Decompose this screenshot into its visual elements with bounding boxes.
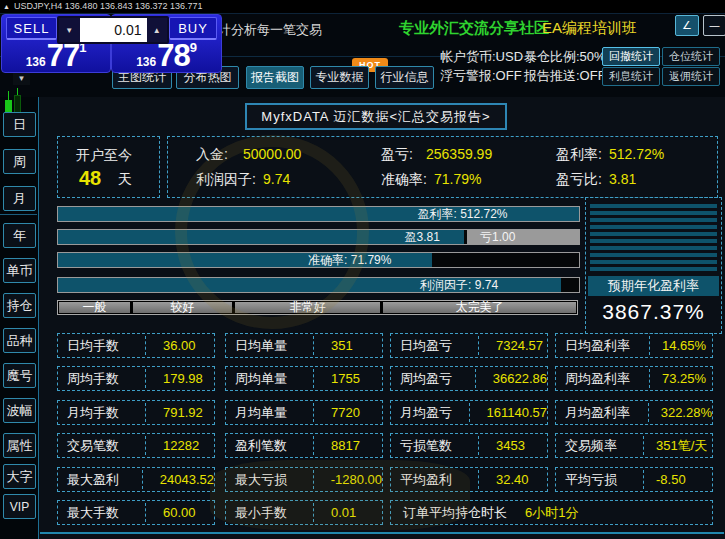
sidebar-item-year[interactable]: 年	[3, 223, 36, 248]
cell-label: 最大盈利	[58, 471, 142, 489]
position-stats-button[interactable]: 仓位统计	[662, 47, 720, 66]
sidebar-item-magic-number[interactable]: 魔号	[3, 363, 36, 388]
table-cell: 平均亏损-8.50	[555, 467, 713, 492]
accuracy-label: 准确率:	[381, 171, 427, 189]
table-cell: 日均盈利率14.65%	[555, 333, 713, 358]
win-label: 盈3.81	[404, 230, 439, 244]
nav-report-screenshot-button[interactable]: 报告截图	[246, 66, 304, 89]
sidebar-item-label: 持仓	[7, 297, 33, 315]
cell-value: 351	[314, 338, 353, 353]
profit-rate-label: 盈利率:	[556, 146, 602, 164]
deposit-label: 入金:	[196, 146, 228, 164]
chart-up-icon: ▲	[3, 3, 10, 10]
cell-label: 周均单量	[226, 370, 313, 388]
rating-label: 太完美了	[456, 299, 504, 316]
nav-button-label: 报告截图	[251, 69, 299, 86]
report-title: MyfxDATA 迈汇数据<汇总交易报告>	[261, 108, 490, 126]
table-cell: 亏损笔数3453	[390, 433, 548, 458]
sidebar-item-label: 单币	[7, 262, 33, 280]
cell-value: 0.01	[314, 505, 356, 520]
pl-ratio-value: 3.81	[609, 171, 636, 187]
sell-price-prefix: 136	[26, 55, 46, 69]
stat-button-label: 利息统计	[609, 69, 653, 84]
accuracy-bar-label: 准确率: 71.79%	[308, 253, 391, 267]
cell-value: 351笔/天	[644, 437, 707, 455]
table-cell: 最大亏损-1280.00	[225, 467, 383, 492]
profit-rate-value: 512.72%	[609, 146, 664, 162]
sidebar-item-week[interactable]: 周	[3, 149, 36, 174]
cell-label: 最大手数	[58, 504, 145, 522]
sidebar-item-label: 月	[13, 190, 26, 208]
cell-value: 73.25%	[650, 371, 706, 386]
accuracy-value: 71.79%	[434, 171, 481, 187]
sidebar-item-attributes[interactable]: 属性	[3, 433, 36, 458]
table-cell: 日均单量351	[225, 333, 383, 358]
table-cell: 最大手数60.00	[57, 500, 215, 525]
cell-value: 14.65%	[650, 338, 706, 353]
table-cell: 平均盈利32.40	[390, 467, 548, 492]
buy-button[interactable]: BUY	[169, 17, 217, 40]
lot-increase-button[interactable]: ▲	[147, 18, 168, 42]
sell-button[interactable]: SELL	[6, 17, 57, 40]
chart-dropdown-button[interactable]: ▼	[13, 72, 30, 85]
cell-value: 36.00	[146, 338, 196, 353]
lot-decrease-button[interactable]: ▼	[59, 18, 80, 42]
cell-label: 日均盈利率	[556, 337, 649, 355]
table-cell: 月均手数791.92	[57, 400, 215, 425]
promo-community-link[interactable]: 专业外汇交流分享社区	[399, 19, 549, 38]
cell-label: 平均亏损	[556, 471, 643, 489]
lot-size-input[interactable]	[80, 18, 147, 42]
deposit-value: 50000.00	[243, 146, 301, 162]
cell-label: 亏损笔数	[391, 437, 478, 455]
cell-value: 3453	[479, 438, 525, 453]
profit-rate-bar-label: 盈利率: 512.72%	[417, 207, 507, 221]
sidebar-item-single-currency[interactable]: 单币	[3, 258, 36, 283]
cell-label: 月均手数	[58, 404, 145, 422]
profit-factor-bar: 利润因子: 9.74	[57, 277, 580, 293]
sidebar-item-vip[interactable]: VIP	[3, 494, 36, 519]
sidebar-item-label: 日	[13, 116, 26, 134]
nav-pro-data-button[interactable]: 专业数据	[310, 66, 369, 89]
annual-profit-panel: 预期年化盈利率 3867.37%	[585, 197, 722, 334]
cell-label: 盈利笔数	[226, 437, 313, 455]
margin-ratio-text: 暴仓比例:50%	[524, 48, 606, 66]
cell-label: 月均单量	[226, 404, 313, 422]
cell-value: 7720	[314, 405, 360, 420]
rating-segment-ok: 一般	[59, 302, 130, 313]
sidebar-item-large-font[interactable]: 大字	[3, 464, 36, 489]
cell-label: 日均单量	[226, 337, 313, 355]
cell-value: 161140.57	[470, 405, 548, 420]
cell-value: 6小时1分	[507, 504, 578, 522]
table-cell: 交易笔数12282	[57, 433, 215, 458]
minimize-button[interactable]: —	[703, 15, 725, 36]
interest-stats-button[interactable]: 利息统计	[602, 67, 660, 86]
angle-tool-button[interactable]: ∠	[675, 15, 699, 36]
annual-profit-value: 3867.37%	[586, 300, 721, 324]
bottom-accent-line	[40, 532, 724, 534]
rebate-stats-button[interactable]: 返佣统计	[662, 67, 720, 86]
sidebar-item-day[interactable]: 日	[3, 112, 36, 137]
cell-value: 179.98	[146, 371, 203, 386]
cell-label: 日均手数	[58, 337, 145, 355]
sidebar-item-symbols[interactable]: 品种	[3, 328, 36, 353]
cell-label: 月均盈利率	[556, 404, 648, 422]
sidebar-item-label: 波幅	[7, 402, 33, 420]
sidebar-item-label: 品种	[7, 332, 33, 350]
table-cell: 最大盈利24043.52	[57, 467, 215, 492]
cell-label: 周均盈利率	[556, 370, 649, 388]
sidebar-item-volatility[interactable]: 波幅	[3, 398, 36, 423]
dropdown-icon: ▼	[18, 74, 26, 83]
table-cell: 最小手数0.01	[225, 500, 383, 525]
table-cell: 周均盈亏36622.86	[390, 366, 548, 391]
promo-ea-link[interactable]: EA编程培训班	[542, 19, 637, 38]
cell-value: 24043.52	[143, 472, 214, 487]
sidebar-item-label: 年	[13, 227, 26, 245]
table-cell: 月均盈亏161140.57	[390, 400, 548, 425]
drawdown-stats-button[interactable]: 回撤统计	[602, 47, 660, 66]
table-cell: 周均盈利率73.25%	[555, 366, 713, 391]
sidebar-item-month[interactable]: 月	[3, 186, 36, 211]
sidebar-item-positions[interactable]: 持仓	[3, 293, 36, 318]
nav-button-label: 专业数据	[316, 69, 364, 86]
rating-label: 较好	[170, 299, 194, 316]
nav-industry-info-button[interactable]: 行业信息	[375, 66, 434, 89]
